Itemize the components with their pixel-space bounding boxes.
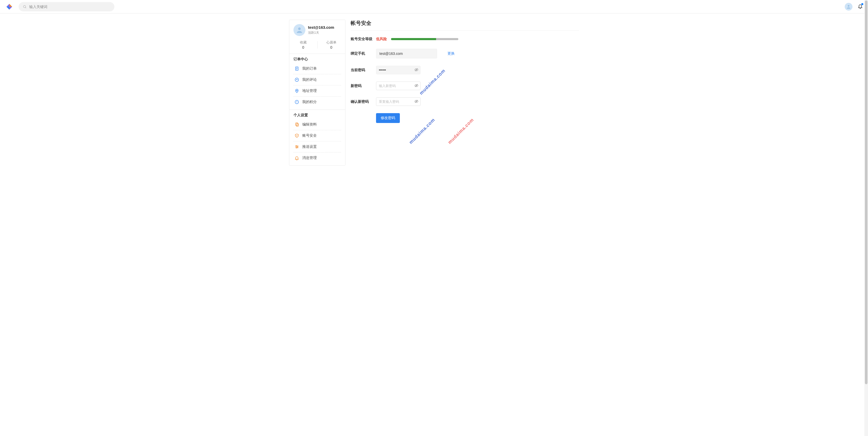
header-right bbox=[845, 3, 863, 10]
submit-button[interactable]: 修改密码 bbox=[376, 113, 400, 123]
confirm-password-input[interactable] bbox=[376, 97, 421, 106]
svg-rect-13 bbox=[296, 123, 299, 126]
label-security-level: 账号安全等级 bbox=[351, 37, 376, 41]
sidebar-item-label: 我的评论 bbox=[302, 78, 317, 82]
scrollbar[interactable] bbox=[864, 0, 868, 166]
security-level-value: 低风险 bbox=[376, 37, 387, 41]
order-icon bbox=[294, 66, 299, 71]
main: 帐号安全 账号安全等级 低风险 绑定手机 test@163.com 更换 当前密… bbox=[351, 20, 579, 166]
svg-line-1 bbox=[25, 7, 26, 8]
security-progress-fill bbox=[391, 38, 436, 40]
label-bind-phone: 绑定手机 bbox=[351, 51, 376, 56]
sidebar-item-label: 消息管理 bbox=[302, 155, 317, 160]
stat-wishlist[interactable]: 心愿单 0 bbox=[317, 40, 345, 50]
svg-rect-12 bbox=[296, 123, 298, 125]
svg-point-3 bbox=[298, 27, 301, 30]
row-current-password: 当前密码 bbox=[351, 66, 579, 74]
search-icon bbox=[23, 5, 27, 9]
sidebar: test@163.com 活跃1天 收藏 0 心愿单 0 订单中心 我的订单 bbox=[289, 20, 345, 166]
sidebar-item-label: 我的积分 bbox=[302, 100, 317, 104]
shield-icon bbox=[294, 133, 299, 138]
profile-activity: 活跃1天 bbox=[308, 31, 334, 35]
profile-stats: 收藏 0 心愿单 0 bbox=[289, 38, 345, 54]
svg-point-19 bbox=[296, 147, 297, 148]
sidebar-item-label: 编辑资料 bbox=[302, 122, 317, 127]
settings-icon bbox=[294, 144, 299, 149]
sidebar-item-points[interactable]: T 我的积分 bbox=[293, 96, 341, 108]
avatar[interactable] bbox=[845, 3, 852, 10]
notification-dot bbox=[861, 3, 863, 5]
svg-point-8 bbox=[295, 78, 299, 82]
eye-icon[interactable] bbox=[414, 67, 418, 72]
bind-phone-value: test@163.com bbox=[376, 49, 437, 59]
comment-icon bbox=[294, 78, 299, 82]
sidebar-section-orders: 订单中心 我的订单 我的评论 地址管理 T bbox=[289, 54, 345, 110]
label-current-password: 当前密码 bbox=[351, 68, 376, 72]
watermark: mudaima.com bbox=[447, 117, 475, 145]
scrollbar-thumb[interactable] bbox=[865, 1, 867, 166]
sidebar-item-label: 推送设置 bbox=[302, 144, 317, 149]
search-box[interactable] bbox=[19, 2, 114, 11]
stat-value: 0 bbox=[317, 45, 345, 50]
search-input[interactable] bbox=[29, 5, 110, 9]
sidebar-item-edit-profile[interactable]: 编辑资料 bbox=[293, 119, 341, 130]
svg-point-17 bbox=[297, 147, 298, 147]
change-link[interactable]: 更换 bbox=[447, 51, 455, 56]
row-new-password: 新密码 bbox=[351, 82, 579, 90]
security-progress bbox=[391, 38, 458, 40]
edit-icon bbox=[294, 122, 299, 127]
stat-favorites[interactable]: 收藏 0 bbox=[289, 40, 317, 50]
eye-icon[interactable] bbox=[414, 99, 418, 104]
notification-button[interactable] bbox=[858, 4, 863, 9]
label-confirm-password: 确认新密码 bbox=[351, 99, 376, 104]
logo-icon bbox=[6, 3, 13, 10]
svg-point-9 bbox=[296, 90, 297, 91]
row-bind-phone: 绑定手机 test@163.com 更换 bbox=[351, 49, 579, 59]
location-icon bbox=[294, 89, 299, 93]
row-security-level: 账号安全等级 低风险 bbox=[351, 37, 579, 41]
sidebar-item-label: 地址管理 bbox=[302, 89, 317, 93]
svg-text:T: T bbox=[296, 101, 297, 103]
new-password-input[interactable] bbox=[376, 82, 421, 90]
avatar-icon bbox=[296, 26, 303, 34]
row-confirm-password: 确认新密码 bbox=[351, 97, 579, 106]
svg-point-2 bbox=[848, 5, 849, 7]
sidebar-item-my-comments[interactable]: 我的评论 bbox=[293, 74, 341, 85]
container: test@163.com 活跃1天 收藏 0 心愿单 0 订单中心 我的订单 bbox=[289, 13, 579, 166]
svg-point-0 bbox=[23, 5, 26, 8]
page-title: 帐号安全 bbox=[351, 20, 579, 31]
sidebar-item-messages[interactable]: 消息管理 bbox=[293, 152, 341, 163]
stat-label: 收藏 bbox=[289, 40, 317, 45]
logo[interactable] bbox=[5, 3, 13, 11]
profile-name: test@163.com bbox=[308, 25, 334, 30]
label-new-password: 新密码 bbox=[351, 84, 376, 88]
eye-icon[interactable] bbox=[414, 83, 418, 88]
sidebar-item-address[interactable]: 地址管理 bbox=[293, 85, 341, 96]
profile-card: test@163.com 活跃1天 bbox=[289, 20, 345, 38]
section-title: 个人设置 bbox=[293, 113, 341, 118]
sidebar-item-security[interactable]: 账号安全 bbox=[293, 130, 341, 141]
sidebar-item-label: 我的订单 bbox=[302, 66, 317, 71]
sidebar-item-label: 账号安全 bbox=[302, 133, 317, 138]
sidebar-item-my-orders[interactable]: 我的订单 bbox=[293, 63, 341, 74]
watermark: mudaima.com bbox=[408, 117, 436, 145]
bell-icon bbox=[294, 155, 299, 160]
sidebar-item-push[interactable]: 推送设置 bbox=[293, 141, 341, 152]
svg-point-15 bbox=[296, 146, 297, 146]
header bbox=[0, 0, 868, 13]
points-icon: T bbox=[294, 100, 299, 104]
current-password-input[interactable] bbox=[376, 66, 421, 74]
stat-value: 0 bbox=[289, 45, 317, 50]
section-title: 订单中心 bbox=[293, 57, 341, 62]
stat-label: 心愿单 bbox=[317, 40, 345, 45]
avatar-large bbox=[293, 24, 305, 36]
sidebar-section-settings: 个人设置 编辑资料 账号安全 推送设置 bbox=[289, 110, 345, 166]
avatar-icon bbox=[846, 4, 851, 9]
